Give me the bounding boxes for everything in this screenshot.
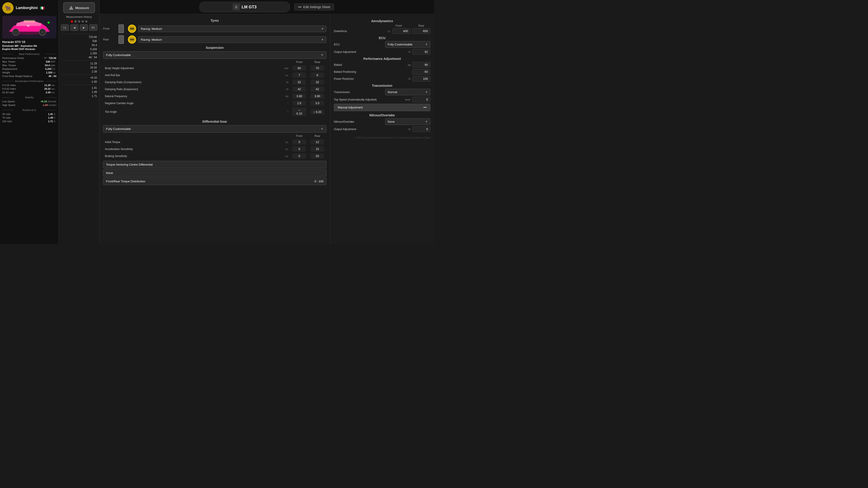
ecu-dropdown[interactable]: Fully Customisable ▼ [385, 41, 430, 48]
edit-settings-button[interactable]: ••• Edit Settings Sheet [294, 4, 334, 10]
susp-rear-nat-freq[interactable]: 3.80 [308, 93, 327, 100]
svg-point-4 [41, 30, 44, 34]
susp-unit-height: mm [153, 65, 290, 72]
svg-point-7 [48, 22, 50, 24]
dot-3 [78, 20, 80, 23]
downforce-front-value[interactable]: 400 [393, 28, 410, 34]
tyre-front-icon [117, 24, 126, 33]
susp-unit-nat-freq: Hz [153, 93, 290, 100]
differential-dropdown[interactable]: Fully Customisable ▼ [103, 125, 327, 133]
susp-row-nat-freq: Natural Frequency Hz 3.80 3.80 [103, 93, 327, 100]
susp-rear-arb[interactable]: 6 [308, 72, 327, 78]
diff-rear-braking[interactable]: 20 [308, 153, 327, 160]
lambo-logo: 🐂 [2, 2, 13, 13]
susp-front-damping-exp[interactable]: 42 [290, 86, 308, 93]
nitrous-output-value[interactable]: 0 [412, 126, 430, 132]
prev-button[interactable]: ◀ [70, 24, 79, 31]
mval-s2: -1.00 [61, 80, 97, 84]
transmission-row: Transmission Normal ▼ [334, 89, 430, 95]
left-panel: 🐂 Lamborghini 🇮🇹 93 Huracán GT3 '15 [0, 0, 59, 244]
top-bar: ☰ LM GT3 ••• Edit Settings Sheet [99, 0, 434, 14]
susp-col-rear: Rear [308, 60, 327, 65]
ecu-label: ECU [334, 43, 385, 46]
ballast-pos-row: Ballast Positioning -50 [334, 69, 430, 74]
diff-row-initial: Initial Torque Lv. 0 12 [103, 138, 327, 145]
r1-button[interactable]: R1 [89, 24, 97, 31]
measure-button[interactable]: Measure [63, 2, 95, 13]
stability-divider: Stability [2, 96, 56, 99]
l1-button[interactable]: L1 [61, 24, 69, 31]
susp-front-camber[interactable]: 2.5 [290, 100, 308, 107]
susp-front-damping-comp[interactable]: 32 [290, 78, 308, 86]
susp-rear-toe[interactable]: ↕ 0.20 [308, 107, 327, 117]
ballast-unit: kg [408, 64, 410, 66]
diff-col-rear: Rear [308, 133, 327, 138]
accel-0-25: 0-0.25 miles 11.29 sec. [2, 84, 56, 87]
diff-col-unit [153, 133, 290, 138]
susp-label-camber: Negative Camber Angle [103, 100, 153, 107]
tyre-front-select[interactable]: Racing: Medium ▼ [138, 26, 327, 32]
susp-front-height[interactable]: 60 [290, 65, 308, 72]
mval-g2: 1.49 [61, 90, 97, 94]
mval-g1: 1.41 [61, 86, 97, 90]
susp-front-arb[interactable]: 7 [290, 72, 308, 78]
front-rear-torque-label: Front/Rear Torque Distribution [106, 180, 145, 183]
car-engine: Engine Model DGF-Huracan [2, 48, 56, 51]
next-button[interactable]: ▶ [80, 24, 88, 31]
nitrous-label: Nitrous/Overtake [334, 120, 385, 123]
susp-rear-damping-comp[interactable]: 32 [308, 78, 327, 86]
chevron-down-icon-susp: ▼ [320, 53, 323, 57]
rot-40mph: 40 mph 1.41 G [2, 112, 56, 116]
susp-row-damping-comp: Damping Ratio (Compression) % 32 32 [103, 78, 327, 86]
measurement-history-label: Measurement History [66, 15, 92, 19]
ecu-row: ECU Fully Customisable ▼ [334, 41, 430, 48]
mval-a2: 20.32 [61, 66, 97, 70]
center-panel: Tyres Front RM Racing: Medium ▼ Rear [99, 14, 330, 244]
car-selector[interactable]: ☰ LM GT3 [199, 2, 290, 12]
car-menu-button[interactable]: ☰ [232, 3, 240, 11]
suspension-table: Front Rear Body Height Adjustment mm 60 … [103, 60, 327, 117]
ballast-row: Ballast kg 90 [334, 62, 430, 68]
ballast-value[interactable]: 90 [412, 62, 430, 68]
diff-front-initial[interactable]: 0 [290, 138, 308, 145]
tyre-rear-select[interactable]: Racing: Medium ▼ [138, 36, 327, 43]
diff-rear-accel[interactable]: 15 [308, 145, 327, 153]
mval-a3: 2.39 [61, 70, 97, 74]
diff-front-accel[interactable]: 0 [290, 145, 308, 153]
downforce-rear-value[interactable]: 650 [412, 28, 430, 34]
output-adjustment-unit: % [408, 51, 410, 53]
top-speed-label: Top Speed (Automatically Adjusted) [334, 98, 405, 101]
diff-row-braking: Braking Sensitivity Lv. 0 20 [103, 153, 327, 160]
rot-150mph: 150 mph 1.71 G [2, 120, 56, 123]
chevron-down-icon-nitrous: ▼ [425, 120, 428, 123]
tyre-rear-value: Racing: Medium [141, 38, 162, 41]
top-speed-value[interactable]: 0 [412, 97, 430, 102]
differential-dropdown-value: Fully Customisable [106, 127, 131, 131]
susp-rear-height[interactable]: 70 [308, 65, 327, 72]
susp-front-toe[interactable]: ↔ 0.10 [290, 107, 308, 117]
transmission-label: Transmission [334, 91, 385, 94]
transmission-dropdown[interactable]: Normal ▼ [385, 89, 430, 95]
front-rear-torque-row[interactable]: Front/Rear Torque Distribution 0 : 100 [103, 177, 327, 185]
ballast-pos-value[interactable]: -50 [412, 69, 430, 74]
torque-vectoring-value-text: None [106, 171, 113, 175]
dot-1 [71, 20, 73, 23]
accel-0-62: 0-0.62 miles 20.32 sec. [2, 87, 56, 91]
susp-front-nat-freq[interactable]: 3.80 [290, 93, 308, 100]
measure-panel: Measure Measurement History L1 ◀ ▶ R1 72… [59, 0, 99, 244]
mval-g3: 1.71 [61, 94, 97, 98]
diff-rear-initial[interactable]: 12 [308, 138, 327, 145]
susp-rear-damping-exp[interactable]: 42 [308, 86, 327, 93]
tyres-header: Tyres [103, 19, 327, 22]
mval-power: 530 [61, 39, 97, 43]
rm-badge-rear: RM [128, 35, 136, 43]
suspension-dropdown[interactable]: Fully Customisable ▼ [103, 51, 327, 59]
susp-rear-camber[interactable]: 3.5 [308, 100, 327, 107]
manual-adjustment-button[interactable]: Manual Adjustment ••• [334, 104, 430, 111]
diff-front-braking[interactable]: 0 [290, 153, 308, 160]
mval-a1: 11.29 [61, 61, 97, 66]
output-adjustment-value[interactable]: 92 [412, 49, 430, 55]
nitrous-dropdown[interactable]: None ▼ [385, 119, 430, 125]
susp-col-label [103, 60, 153, 65]
power-restrictor-value[interactable]: 100 [412, 76, 430, 82]
